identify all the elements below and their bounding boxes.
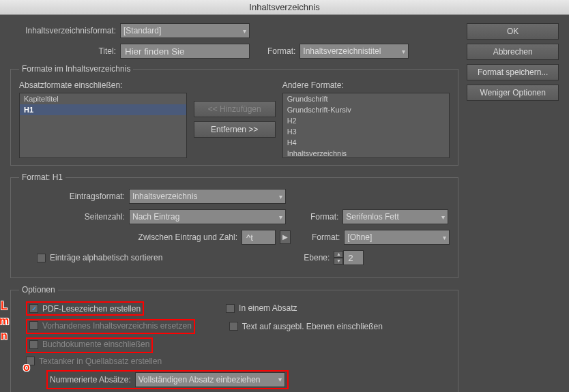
add-button[interactable]: << Hinzufügen bbox=[194, 101, 276, 117]
between-input[interactable] bbox=[242, 230, 276, 245]
include-book-checkbox[interactable]: Buchdokumente einschließen bbox=[29, 340, 149, 349]
toc-format-select[interactable]: [Standard] bbox=[120, 23, 250, 38]
title-format-select[interactable]: Inhaltsverzeichnistitel bbox=[300, 44, 409, 59]
window-title: Inhaltsverzeichnis bbox=[0, 0, 569, 15]
entry-format-label: Eintragsformat: bbox=[19, 192, 125, 201]
formats-fieldset: Formate im Inhaltsverzeichnis Absatzform… bbox=[10, 64, 458, 166]
list-item[interactable]: H4 bbox=[283, 137, 450, 148]
page-format-select[interactable]: Serifenlos Fett bbox=[342, 209, 448, 224]
include-formats-label: Absatzformate einschließen: bbox=[19, 80, 187, 90]
format-h1-fieldset: Format: H1 Eintragsformat: Inhaltsverzei… bbox=[10, 172, 458, 278]
formats-legend: Formate im Inhaltsverzeichnis bbox=[19, 64, 133, 74]
checkbox-icon bbox=[226, 304, 235, 313]
cancel-button[interactable]: Abbrechen bbox=[467, 44, 559, 60]
between-menu-button[interactable]: ▶ bbox=[280, 230, 291, 244]
title-format-label: Format: bbox=[267, 46, 295, 56]
page-format-label: Format: bbox=[310, 212, 338, 222]
list-item[interactable]: H1 bbox=[20, 104, 186, 115]
checkbox-icon bbox=[29, 321, 38, 330]
save-format-button[interactable]: Format speichern... bbox=[467, 64, 559, 80]
title-input[interactable] bbox=[120, 44, 250, 59]
page-number-select[interactable]: Nach Eintrag bbox=[129, 209, 286, 224]
stepper-down-icon[interactable]: ▼ bbox=[334, 258, 343, 265]
marker-L: L bbox=[1, 300, 8, 312]
numbered-para-label: Nummerierte Absätze: bbox=[50, 375, 131, 385]
checkbox-icon: ✓ bbox=[29, 304, 38, 313]
list-item[interactable]: Kapiteltitel bbox=[20, 93, 186, 104]
between-label: Zwischen Eintrag und Zahl: bbox=[19, 232, 237, 242]
page-number-label: Seitenzahl: bbox=[19, 212, 125, 222]
list-item[interactable]: Grundschrift bbox=[283, 93, 450, 104]
marker-m: m bbox=[0, 315, 9, 327]
marker-n: n bbox=[1, 330, 8, 342]
marker-o: o bbox=[23, 361, 30, 374]
replace-existing-checkbox[interactable]: Vorhandenes Inhaltsverzeichnis ersetzen bbox=[29, 321, 192, 331]
options-fieldset: Optionen L m n o ✓ PDF-Lesezeichen erste… bbox=[10, 285, 458, 392]
numbered-para-select[interactable]: Vollständigen Absatz einbeziehen bbox=[135, 372, 285, 387]
checkbox-icon bbox=[29, 340, 38, 349]
in-one-para-checkbox[interactable]: In einem Absatz bbox=[226, 303, 297, 313]
list-item[interactable]: H2 bbox=[283, 115, 450, 126]
ok-button[interactable]: OK bbox=[467, 23, 559, 40]
level-label: Ebene: bbox=[304, 253, 330, 262]
checkbox-icon bbox=[37, 254, 46, 262]
other-formats-label: Andere Formate: bbox=[282, 80, 450, 90]
fewer-options-button[interactable]: Weniger Optionen bbox=[467, 85, 559, 101]
pdf-bookmarks-checkbox[interactable]: ✓ PDF-Lesezeichen erstellen bbox=[29, 304, 141, 314]
text-hidden-checkbox[interactable]: Text auf ausgebl. Ebenen einschließen bbox=[229, 322, 383, 331]
remove-button[interactable]: Entfernen >> bbox=[194, 121, 276, 138]
between-format-label: Format: bbox=[312, 232, 340, 242]
level-input[interactable] bbox=[343, 250, 364, 265]
list-item[interactable]: H3 bbox=[283, 126, 450, 137]
list-item[interactable]: Grundschrift-Kursiv bbox=[283, 104, 450, 115]
stepper-up-icon[interactable]: ▲ bbox=[334, 251, 343, 258]
sort-alpha-checkbox[interactable]: Einträge alphabetisch sortieren bbox=[37, 253, 162, 262]
list-item[interactable]: Inhaltsverzeichnis bbox=[283, 148, 450, 158]
title-label: Titel: bbox=[10, 46, 116, 56]
toc-format-label: Inhaltsverzeichnisformat: bbox=[10, 26, 116, 35]
format-h1-legend: Format: H1 bbox=[19, 172, 65, 182]
level-stepper[interactable]: ▲▼ bbox=[334, 250, 364, 265]
checkbox-icon bbox=[229, 322, 238, 331]
text-anchor-checkbox[interactable]: Textanker in Quellabsatz erstellen bbox=[26, 357, 162, 366]
include-formats-list[interactable]: Kapiteltitel H1 bbox=[19, 93, 187, 158]
other-formats-list[interactable]: Grundschrift Grundschrift-Kursiv H2 H3 H… bbox=[282, 93, 450, 158]
options-legend: Optionen bbox=[19, 285, 58, 295]
entry-format-select[interactable]: Inhaltsverzeichnis bbox=[129, 189, 286, 204]
between-format-select[interactable]: [Ohne] bbox=[344, 230, 450, 245]
